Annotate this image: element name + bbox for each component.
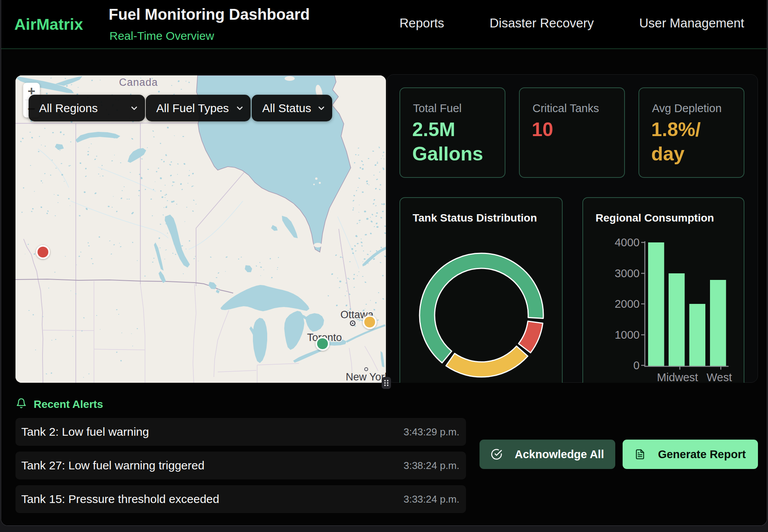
- svg-text:New York: New York: [346, 371, 386, 383]
- svg-text:4000: 4000: [614, 236, 640, 249]
- svg-text:Midwest: Midwest: [657, 371, 698, 383]
- svg-text:0: 0: [633, 359, 640, 372]
- svg-text:1000: 1000: [614, 329, 640, 341]
- svg-text:2000: 2000: [614, 298, 640, 310]
- svg-text:West: West: [707, 371, 732, 383]
- svg-text:3000: 3000: [614, 267, 640, 280]
- svg-text:Canada: Canada: [119, 77, 158, 88]
